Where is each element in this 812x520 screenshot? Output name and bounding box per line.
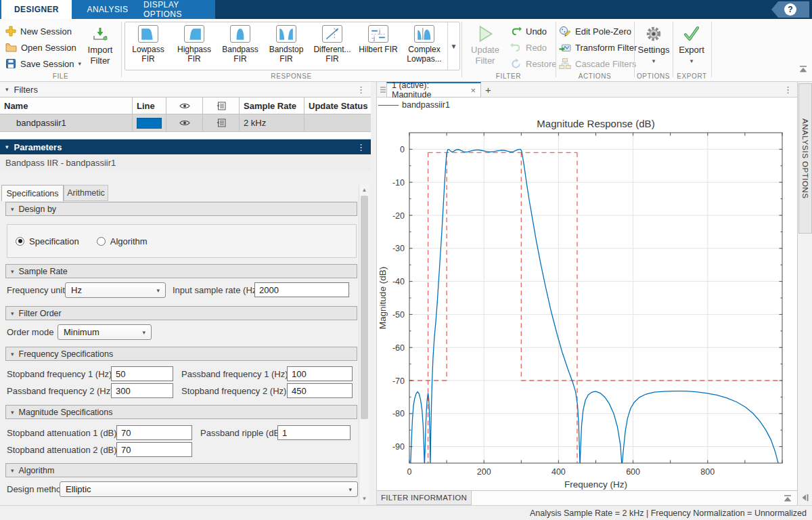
- analysis-options-tab[interactable]: ANALYSIS OPTIONS: [798, 83, 812, 234]
- update-filter-label-1: Update: [471, 45, 499, 56]
- passband-freq1-field[interactable]: [287, 366, 353, 381]
- resp-label: FIR: [233, 54, 246, 64]
- scroll-down-arrow[interactable]: ▼: [359, 494, 369, 504]
- col-update-status[interactable]: Update Status: [304, 98, 371, 114]
- complex-lowpass-button[interactable]: Complex Lowpas...: [401, 22, 447, 70]
- tab-specifications[interactable]: Specifications: [1, 185, 64, 201]
- plot-tab-magnitude[interactable]: 1 (active): Magnitude ×: [386, 82, 481, 98]
- response-gallery-expand[interactable]: ▼: [447, 22, 459, 70]
- design-by-header[interactable]: ▾ Design by: [5, 202, 357, 216]
- import-filter-button[interactable]: Import Filter: [81, 23, 119, 66]
- algorithm-header[interactable]: ▾ Algorithm: [5, 463, 357, 477]
- section-divider: [556, 22, 556, 77]
- update-filter-button[interactable]: Update Filter: [466, 23, 505, 66]
- filter-table-row[interactable]: bandpassiir1 2 kHz: [0, 114, 371, 132]
- save-session-button[interactable]: Save Session ▾: [5, 57, 81, 70]
- filter-section-label: FILTER: [461, 72, 556, 80]
- bandstop-fir-button[interactable]: Bandstop FIR: [263, 22, 309, 70]
- hilbert-fir-button[interactable]: j-j Hilbert FIR: [355, 22, 401, 70]
- magnitude-specs-title: Magnitude Specifications: [19, 408, 113, 417]
- filter-visible-cell[interactable]: [166, 114, 203, 131]
- section-divider: [711, 22, 712, 77]
- import-filter-icon: [92, 26, 108, 42]
- col-name[interactable]: Name: [0, 98, 133, 114]
- svg-text:-90: -90: [392, 442, 405, 452]
- frequency-units-dropdown[interactable]: Hz ▾: [65, 282, 166, 298]
- edit-pole-zero-label: Edit Pole-Zero: [575, 26, 631, 37]
- filter-information-tab[interactable]: FILTER INFORMATION: [377, 491, 472, 505]
- resp-label: Complex: [408, 45, 440, 54]
- redo-button[interactable]: Redo: [510, 41, 547, 54]
- response-gallery: Lowpass FIR Highpass FIR Bandpass FIR Ba…: [125, 22, 460, 70]
- scrollbar-thumb[interactable]: [361, 196, 368, 419]
- filter-order-header[interactable]: ▾ Filter Order: [5, 306, 357, 320]
- col-line[interactable]: Line: [133, 98, 166, 114]
- panel-grip-icon[interactable]: [380, 86, 386, 93]
- differentiator-fir-button[interactable]: Different... FIR: [309, 22, 355, 70]
- order-mode-dropdown[interactable]: Minimum ▾: [58, 324, 152, 340]
- filter-line-cell[interactable]: [133, 114, 166, 131]
- dock-left-icon[interactable]: [801, 494, 809, 502]
- status-text: Analysis Sample Rate = 2 kHz | Frequency…: [530, 508, 807, 518]
- scroll-up-arrow[interactable]: ▲: [359, 185, 369, 195]
- lowpass-fir-button[interactable]: Lowpass FIR: [125, 22, 171, 70]
- frequency-specs-header[interactable]: ▾ Frequency Specifications: [5, 347, 357, 361]
- col-info[interactable]: [203, 98, 240, 114]
- parameters-scrollbar[interactable]: ▲ ▼: [359, 185, 369, 504]
- highpass-fir-button[interactable]: Highpass FIR: [171, 22, 217, 70]
- filters-panel-header[interactable]: ▾ Filters ⋮: [0, 82, 371, 97]
- col-visible[interactable]: [166, 98, 203, 114]
- tab-arithmetic[interactable]: Arithmetic: [64, 185, 108, 201]
- transform-filter-button[interactable]: Transform Filter: [559, 41, 637, 54]
- close-icon[interactable]: ×: [470, 85, 476, 95]
- import-filter-label-1: Import: [88, 45, 113, 56]
- annotation-icon: [217, 102, 226, 110]
- undo-button[interactable]: Undo: [510, 24, 547, 38]
- input-sample-rate-field[interactable]: [254, 282, 349, 297]
- design-by-title: Design by: [19, 204, 57, 214]
- section-divider: [121, 22, 122, 77]
- plot-menu-icon[interactable]: ⋮: [784, 85, 792, 95]
- settings-button[interactable]: Settings ▾: [637, 23, 671, 66]
- tab-designer[interactable]: DESIGNER: [1, 0, 72, 19]
- filter-info-cell[interactable]: [203, 114, 240, 131]
- stopband-atten1-field[interactable]: [116, 425, 192, 440]
- svg-text:-30: -30: [392, 244, 405, 253]
- resp-label: Lowpas...: [407, 54, 441, 64]
- filters-menu-icon[interactable]: ⋮: [357, 85, 365, 95]
- cascade-filters-button[interactable]: Cascade Filters: [559, 57, 636, 70]
- passband-ripple-field[interactable]: [277, 425, 351, 440]
- new-session-button[interactable]: New Session: [5, 24, 72, 38]
- edit-pole-zero-button[interactable]: Edit Pole-Zero: [559, 24, 631, 38]
- annotation-icon: [217, 118, 226, 127]
- magnitude-specs-header[interactable]: ▾ Magnitude Specifications: [5, 405, 357, 419]
- stopband-freq2-field[interactable]: [287, 383, 353, 398]
- highpass-icon: [184, 25, 204, 43]
- bandstop-icon: [276, 25, 296, 43]
- passband-freq2-field[interactable]: [111, 383, 173, 398]
- design-method-dropdown[interactable]: Elliptic ▾: [60, 481, 358, 497]
- analysis-options-label: ANALYSIS OPTIONS: [801, 118, 809, 198]
- svg-text:-j: -j: [371, 35, 375, 41]
- sample-rate-header[interactable]: ▾ Sample Rate: [5, 264, 357, 278]
- tab-display-options[interactable]: DISPLAY OPTIONS: [143, 0, 215, 19]
- open-session-button[interactable]: Open Session: [5, 41, 76, 54]
- restore-button[interactable]: Restore: [510, 57, 557, 70]
- parameters-panel-header[interactable]: ▾ Parameters ⋮: [0, 139, 371, 154]
- file-section-label: FILE: [0, 72, 121, 80]
- collapse-ribbon-icon[interactable]: [798, 65, 808, 73]
- stopband-freq1-field[interactable]: [111, 366, 173, 381]
- bandpass-fir-button[interactable]: Bandpass FIR: [217, 22, 263, 70]
- open-session-label: Open Session: [21, 43, 76, 53]
- expand-filter-info-icon[interactable]: [783, 494, 792, 502]
- radio-specification[interactable]: Specification: [16, 236, 79, 246]
- new-session-label: New Session: [20, 26, 72, 37]
- parameters-menu-icon[interactable]: ⋮: [357, 142, 365, 152]
- add-plot-tab-button[interactable]: +: [485, 84, 491, 95]
- radio-algorithm[interactable]: Algorithm: [97, 236, 148, 246]
- col-sample-rate[interactable]: Sample Rate: [240, 98, 304, 114]
- stopband-atten2-field[interactable]: [116, 442, 192, 457]
- export-button[interactable]: Export ▾: [675, 23, 708, 66]
- tab-analysis[interactable]: ANALYSIS: [72, 0, 143, 19]
- help-button[interactable]: ?: [771, 1, 809, 18]
